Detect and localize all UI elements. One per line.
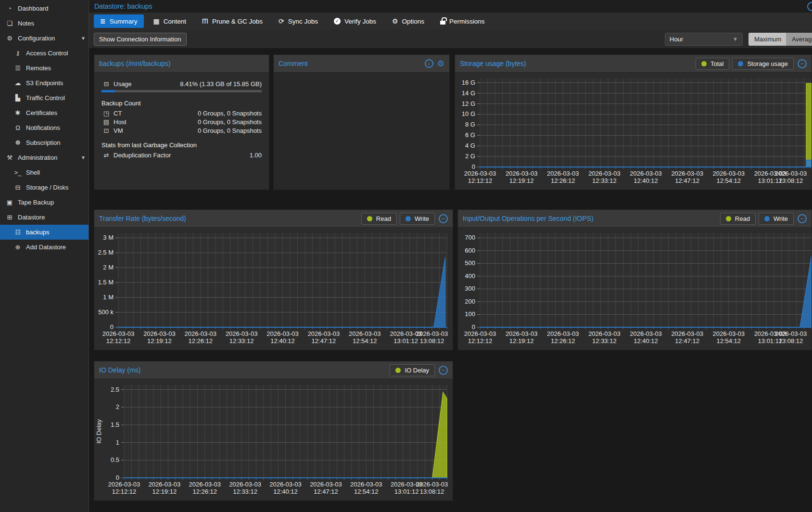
toolbar: Show Connection Information Hour ▼ Maxim… — [89, 30, 812, 49]
svg-text:2026-03-0312:33:12: 2026-03-0312:33:12 — [588, 330, 621, 345]
legend-dot — [726, 216, 731, 221]
trash-icon: Ш — [202, 18, 208, 25]
svg-text:0: 0 — [116, 474, 119, 481]
svg-text:2026-03-0312:47:12: 2026-03-0312:47:12 — [671, 330, 703, 345]
hdd-icon: ⊟ — [102, 80, 111, 88]
partial-circle-icon[interactable] — [807, 2, 812, 11]
collapse-chart-icon[interactable]: − — [798, 59, 807, 68]
comment-body[interactable] — [274, 73, 449, 190]
svg-text:8 G: 8 G — [465, 121, 475, 128]
tab-permissions[interactable]: Permissions — [434, 14, 491, 28]
chart-legend: IO Delay — [390, 364, 435, 376]
svg-text:14 G: 14 G — [462, 90, 475, 97]
io-delay-panel: IO Delay (ms) IO Delay − 2.521.510.50202… — [94, 361, 453, 501]
tab-prune-gc-jobs[interactable]: ШPrune & GC Jobs — [196, 14, 269, 28]
collapse-chart-icon[interactable]: − — [439, 366, 448, 375]
chevron-down-icon[interactable]: ▼ — [81, 36, 86, 41]
sidebar-item-remotes[interactable]: ☰Remotes — [0, 61, 89, 76]
sidebar-item-add-datastore[interactable]: ⊕Add Datastore — [0, 240, 89, 255]
sidebar-item-subscription[interactable]: ☸Subscription — [0, 135, 89, 150]
content-area: backups (/mnt/backups) ⊟ Usage 8.41% (1.… — [89, 48, 812, 512]
usage-value: 8.41% (1.33 GB of 15.85 GB) — [180, 80, 262, 88]
sidebar-item-label: Administration — [18, 154, 57, 161]
panel-header: IO Delay (ms) IO Delay − — [94, 361, 453, 379]
storage-usage-panel: Storage usage (bytes) TotalStorage usage… — [455, 54, 812, 190]
sidebar-item-dashboard[interactable]: ◔Dashboard — [0, 1, 89, 16]
legend-label: IO Delay — [405, 367, 429, 374]
legend-item-write[interactable]: Write — [400, 213, 435, 225]
sidebar-item-shell[interactable]: >_Shell — [0, 165, 89, 180]
remotes-icon: ☰ — [13, 64, 23, 72]
legend-item-io-delay[interactable]: IO Delay — [390, 364, 435, 376]
svg-text:2026-03-0312:40:12: 2026-03-0312:40:12 — [630, 330, 662, 345]
sidebar-item-administration[interactable]: ⚒Administration▼ — [0, 150, 89, 165]
sidebar-item-datastore[interactable]: ⊞Datastore — [0, 210, 89, 225]
timeframe-select[interactable]: Hour ▼ — [665, 33, 743, 46]
panel-header: Input/Output Operations per Second (IOPS… — [458, 210, 812, 228]
count-row-host: ▤ Host 0 Groups, 0 Snapshots — [102, 118, 262, 126]
svg-text:2026-03-0313:08:12: 2026-03-0313:08:12 — [416, 481, 448, 495]
tab-label: Prune & GC Jobs — [212, 18, 263, 25]
svg-text:2026-03-0312:12:12: 2026-03-0312:12:12 — [108, 481, 140, 495]
sidebar-item-label: Datastore — [18, 214, 45, 221]
dedup-label: Deduplication Factor — [114, 152, 171, 159]
maximum-button[interactable]: Maximum — [749, 33, 786, 46]
svg-text:100: 100 — [465, 310, 475, 318]
sidebar-item-label: Certificates — [26, 109, 57, 116]
legend-label: Read — [735, 215, 750, 222]
tab-summary[interactable]: ≣Summary — [94, 14, 144, 28]
svg-text:1.5 M: 1.5 M — [98, 279, 114, 286]
count-label: Host — [114, 118, 127, 126]
svg-text:1 M: 1 M — [103, 294, 114, 301]
sidebar: ◔Dashboard❏Notes⚙Configuration▼⚷Access C… — [0, 0, 89, 512]
tab-content[interactable]: ▦Content — [147, 14, 193, 28]
svg-text:2026-03-0312:54:12: 2026-03-0312:54:12 — [350, 481, 382, 495]
tab-options[interactable]: ⚙Options — [386, 14, 431, 28]
svg-text:2026-03-0312:26:12: 2026-03-0312:26:12 — [189, 481, 221, 495]
tab-sync-jobs[interactable]: ⟳Sync Jobs — [272, 14, 324, 28]
legend-item-write[interactable]: Write — [759, 213, 794, 225]
transfer-rate-panel: Transfer Rate (bytes/second) ReadWrite −… — [94, 209, 453, 350]
average-button[interactable]: Average — [786, 33, 812, 46]
configuration-icon: ⚙ — [5, 35, 14, 42]
svg-text:IO Delay: IO Delay — [95, 419, 102, 444]
sidebar-item-backups[interactable]: ☷backups — [0, 225, 89, 240]
circle-chevron-icon[interactable]: › — [425, 59, 433, 68]
sidebar-item-configuration[interactable]: ⚙Configuration▼ — [0, 31, 89, 46]
legend-item-read[interactable]: Read — [361, 213, 397, 225]
collapse-chart-icon[interactable]: − — [439, 214, 448, 223]
svg-text:2026-03-0312:26:12: 2026-03-0312:26:12 — [547, 330, 579, 345]
sidebar-item-s3-endpoints[interactable]: ☁S3 Endpoints — [0, 76, 89, 90]
legend-item-storage-usage[interactable]: Storage usage — [732, 58, 794, 70]
sidebar-item-access-control[interactable]: ⚷Access Control — [0, 46, 89, 61]
sidebar-item-label: backups — [26, 229, 49, 236]
svg-text:6 G: 6 G — [465, 131, 475, 139]
legend-item-read[interactable]: Read — [720, 213, 756, 225]
sidebar-item-label: Add Datastore — [26, 243, 66, 251]
svg-text:2.5 M: 2.5 M — [98, 249, 114, 256]
tab-verify-jobs[interactable]: ✓Verify Jobs — [328, 14, 382, 28]
chevron-down-icon[interactable]: ▼ — [81, 155, 86, 160]
legend-dot — [738, 61, 743, 66]
traffic-chart-icon: ▙ — [13, 94, 23, 102]
sidebar-item-notes[interactable]: ❏Notes — [0, 16, 89, 31]
gear-icon[interactable]: ⚙ — [437, 60, 444, 68]
sidebar-item-label: Shell — [26, 169, 40, 176]
svg-text:16 G: 16 G — [462, 79, 475, 86]
svg-text:12 G: 12 G — [462, 100, 475, 107]
svg-text:2026-03-0312:54:12: 2026-03-0312:54:12 — [713, 330, 745, 345]
sidebar-item-traffic-control[interactable]: ▙Traffic Control — [0, 90, 89, 105]
dedup-value: 1.00 — [250, 152, 262, 159]
sidebar-item-certificates[interactable]: ✱Certificates — [0, 105, 89, 120]
sidebar-item-tape-backup[interactable]: ▣Tape Backup — [0, 195, 89, 210]
legend-item-total[interactable]: Total — [696, 58, 729, 70]
collapse-chart-icon[interactable]: − — [798, 214, 807, 223]
sidebar-item-storage-disks[interactable]: ⊟Storage / Disks — [0, 180, 89, 195]
svg-text:2026-03-0312:54:12: 2026-03-0312:54:12 — [349, 330, 381, 345]
svg-text:2026-03-0312:40:12: 2026-03-0312:40:12 — [266, 330, 299, 345]
legend-dot — [701, 61, 707, 66]
sidebar-item-notifications[interactable]: ΩNotifications — [0, 120, 89, 135]
svg-text:2026-03-0312:19:12: 2026-03-0312:19:12 — [506, 170, 538, 184]
show-connection-information-button[interactable]: Show Connection Information — [94, 33, 187, 46]
svg-text:2026-03-0312:26:12: 2026-03-0312:26:12 — [547, 170, 579, 184]
